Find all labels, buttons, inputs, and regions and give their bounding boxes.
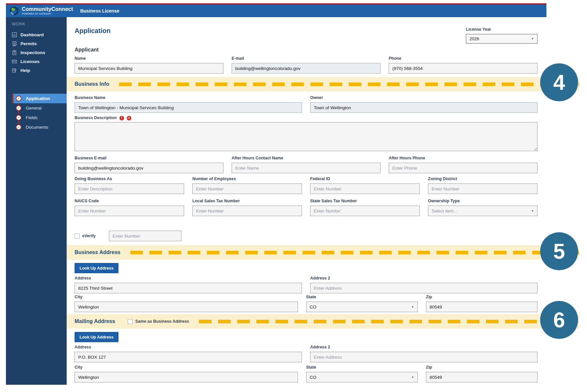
- naics-code-label: NAICS Code: [75, 199, 184, 204]
- mailing-zip-label: Zip: [426, 365, 538, 370]
- main-content: Application License Year 2026 ▼ Applican…: [67, 17, 546, 385]
- local-sales-tax-input[interactable]: [192, 206, 302, 216]
- app-header: CommunityConnect POWERED BY SAFEbuilt Bu…: [6, 5, 546, 17]
- dba-input[interactable]: [75, 183, 184, 194]
- sidebar-item-help[interactable]: Help: [6, 66, 67, 75]
- licenses-icon: [12, 59, 17, 64]
- state-sales-tax-input[interactable]: [310, 206, 420, 216]
- zoning-district-label: Zoning District: [428, 177, 538, 181]
- sidebar-item-permits[interactable]: Permits: [6, 39, 67, 48]
- step-check-icon: ✓: [16, 105, 21, 111]
- owner-label: Owner: [310, 95, 538, 100]
- naics-code-input[interactable]: [75, 206, 184, 216]
- step-check-icon: ✓: [16, 96, 21, 101]
- step-label: General: [26, 106, 42, 111]
- inspections-icon: [12, 50, 17, 55]
- business-city-input[interactable]: [75, 302, 298, 312]
- employees-input[interactable]: [192, 183, 302, 194]
- everify-checkbox[interactable]: [75, 234, 80, 239]
- owner-input[interactable]: [310, 102, 538, 113]
- brand-name: CommunityConnect: [22, 7, 73, 12]
- everify-number-input[interactable]: [109, 231, 181, 241]
- state-sales-tax-label: State Sales Tax Number: [310, 199, 420, 204]
- applicant-phone-label: Phone: [389, 56, 538, 61]
- after-hours-phone-input[interactable]: [389, 163, 538, 173]
- step-label: Documents: [26, 125, 48, 130]
- mailing-address-title: Mailing Address: [75, 318, 115, 324]
- ownership-type-select[interactable]: Select item... ▼: [428, 206, 538, 216]
- after-hours-name-input[interactable]: [232, 163, 380, 173]
- business-address-input[interactable]: [75, 283, 302, 293]
- business-address2-input[interactable]: [310, 283, 538, 293]
- business-info-band: Business Info: [67, 77, 579, 91]
- add-icon[interactable]: +: [127, 116, 131, 120]
- dashed-divider: [119, 82, 579, 86]
- step-fields[interactable]: ✓ Fields: [12, 113, 67, 122]
- mailing-address2-input[interactable]: [310, 352, 538, 362]
- business-address2-label: Address 2: [310, 276, 538, 281]
- sidebar-item-label: Dashboard: [20, 32, 44, 37]
- sidebar-item-label: Help: [20, 68, 30, 73]
- same-as-business-label: Same as Business Address: [135, 319, 189, 324]
- sidebar-item-dashboard[interactable]: Dashboard: [6, 30, 67, 39]
- business-zip-label: Zip: [426, 295, 538, 300]
- business-zip-input[interactable]: [426, 302, 538, 312]
- license-year-label: License Year: [466, 27, 538, 32]
- business-address-label: Address: [75, 276, 302, 281]
- sidebar-item-label: Permits: [20, 41, 37, 46]
- step-general[interactable]: ✓ General: [12, 103, 67, 113]
- applicant-name-label: Name: [75, 56, 223, 61]
- brand-powered-by: POWERED BY SAFEbuilt: [22, 13, 73, 15]
- sidebar-item-label: Licenses: [20, 59, 40, 64]
- dba-label: Doing Business As: [75, 177, 184, 181]
- mailing-address-label: Address: [75, 345, 302, 350]
- step-label: Fields: [26, 115, 38, 120]
- mailing-address2-label: Address 2: [310, 345, 538, 350]
- same-as-business-checkbox[interactable]: [128, 319, 133, 324]
- license-year-select[interactable]: 2026 ▼: [466, 34, 538, 44]
- sidebar-item-licenses[interactable]: Licenses: [6, 57, 67, 66]
- chevron-down-icon: ▼: [531, 210, 534, 212]
- after-hours-name-label: After Hours Contact Name: [232, 156, 380, 161]
- mailing-state-select[interactable]: CO ▼: [306, 372, 418, 382]
- chevron-down-icon: ▼: [411, 306, 414, 309]
- lookup-mailing-address-button[interactable]: Look Up Address: [75, 332, 118, 342]
- step-label: Application: [26, 96, 50, 101]
- sidebar-item-inspections[interactable]: Inspections: [6, 48, 67, 57]
- help-icon: [12, 68, 17, 73]
- zoning-district-input[interactable]: [428, 183, 538, 194]
- business-description-textarea[interactable]: [75, 122, 538, 151]
- business-state-select[interactable]: CO ▼: [306, 302, 418, 312]
- business-state-label: State: [306, 295, 418, 300]
- applicant-email-label: E-mail: [232, 56, 380, 61]
- mailing-city-input[interactable]: [75, 372, 298, 382]
- module-title: Business License: [80, 8, 119, 14]
- sidebar-item-label: Inspections: [20, 50, 45, 55]
- applicant-email-input[interactable]: [232, 63, 380, 74]
- local-sales-tax-label: Local Sales Tax Number: [192, 199, 302, 204]
- license-year-value: 2026: [470, 36, 479, 41]
- community-connect-logo-icon: [9, 6, 19, 16]
- applicant-phone-input[interactable]: [389, 63, 538, 74]
- federal-id-input[interactable]: [310, 183, 420, 194]
- mailing-zip-input[interactable]: [426, 372, 538, 382]
- permits-icon: [12, 41, 17, 46]
- applicant-name-input[interactable]: [75, 63, 223, 74]
- step-application[interactable]: ✓ Application: [12, 94, 67, 103]
- dashboard-icon: [12, 32, 17, 37]
- everify-label: eVerify: [82, 234, 96, 238]
- business-description-label: Business Description: [75, 115, 117, 120]
- business-info-title: Business Info: [75, 81, 109, 87]
- mailing-address-input[interactable]: [75, 352, 302, 362]
- required-alert-icon: !: [119, 116, 124, 120]
- sidebar: WORK Dashboard Permits Inspections Licen…: [6, 17, 67, 385]
- business-email-input[interactable]: [75, 163, 223, 173]
- business-state-value: CO: [310, 305, 316, 310]
- lookup-business-address-button[interactable]: Look Up Address: [75, 263, 118, 273]
- ownership-type-value: Select item...: [432, 209, 457, 213]
- step-check-icon: ✓: [16, 124, 21, 130]
- business-name-input[interactable]: [75, 102, 302, 113]
- brand: CommunityConnect POWERED BY SAFEbuilt: [9, 6, 73, 16]
- step-documents[interactable]: ✓ Documents: [12, 122, 67, 132]
- federal-id-label: Federal ID: [310, 177, 420, 181]
